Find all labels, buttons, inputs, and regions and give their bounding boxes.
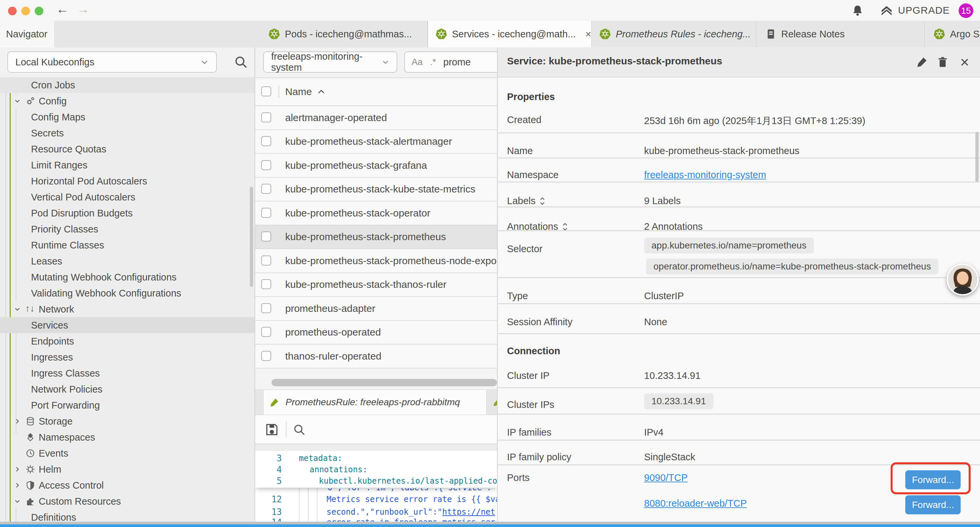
notifications-bell-icon[interactable] <box>851 4 864 17</box>
regex-toggle[interactable]: .* <box>430 57 436 67</box>
row-checkbox[interactable] <box>261 231 271 242</box>
editor-search-icon[interactable] <box>293 423 306 436</box>
detail-scrollbar[interactable] <box>975 132 978 182</box>
row-checkbox[interactable] <box>261 303 271 313</box>
expand-updown-icon[interactable] <box>562 223 568 231</box>
row-checkbox[interactable] <box>261 184 271 194</box>
case-sensitive-toggle[interactable]: Aa <box>412 57 423 67</box>
table-row[interactable]: kube-prometheus-stack-alertmanager <box>255 130 497 154</box>
delete-trash-icon[interactable] <box>935 55 950 69</box>
table-row[interactable]: kube-prometheus-stack-operator <box>255 201 497 226</box>
sidebar-group-network[interactable]: ↑↓ Network <box>0 301 255 317</box>
chevron-down-icon[interactable] <box>14 498 21 505</box>
sidebar-item-network-policies[interactable]: Network Policies <box>0 381 255 397</box>
assistant-avatar[interactable] <box>947 263 978 296</box>
namespace-link[interactable]: freeleaps-monitoring-system <box>644 169 766 180</box>
sidebar-item-ingresses[interactable]: Ingresses <box>0 349 255 365</box>
edit-pencil-icon[interactable] <box>915 55 929 69</box>
sidebar-item-port-forwarding[interactable]: Port Forwarding <box>0 397 255 413</box>
sidebar-item-config-maps[interactable]: Config Maps <box>0 109 255 125</box>
filter-search-input[interactable]: Aa .* prome <box>404 51 504 73</box>
sidebar-item-runtime-classes[interactable]: Runtime Classes <box>0 237 255 253</box>
sidebar-group-custom-resources[interactable]: Custom Resources <box>0 493 255 509</box>
sidebar-item-validating-webhook-configurations[interactable]: Validating Webhook Configurations <box>0 285 255 301</box>
tab-prometheus-rules[interactable]: Prometheus Rules - icecheng... <box>592 21 757 47</box>
namespace-selector[interactable]: freeleaps-monitoring-system <box>263 51 397 73</box>
sort-asc-icon[interactable] <box>317 89 325 95</box>
sidebar-scrollbar[interactable] <box>250 187 253 287</box>
chevron-right-icon[interactable] <box>14 418 21 425</box>
sidebar-group-storage[interactable]: Storage <box>0 413 255 429</box>
row-checkbox[interactable] <box>261 208 271 218</box>
table-row[interactable]: kube-prometheus-stack-kube-state-metrics <box>255 178 497 202</box>
close-window-button[interactable] <box>8 7 17 15</box>
runbook-url-link[interactable]: https://net <box>442 507 495 517</box>
sidebar-item-secrets[interactable]: Secrets <box>0 125 255 141</box>
back-arrow-icon[interactable]: ← <box>56 2 69 16</box>
expand-updown-icon[interactable] <box>539 197 546 205</box>
table-row[interactable]: prometheus-operated <box>255 321 497 345</box>
forward-arrow-icon[interactable]: → <box>77 2 89 16</box>
table-row-selected[interactable]: kube-prometheus-stack-prometheus <box>255 226 497 250</box>
table-row[interactable]: kube-prometheus-stack-grafana <box>255 154 497 178</box>
row-checkbox[interactable] <box>261 136 271 146</box>
sidebar-item-ingress-classes[interactable]: Ingress Classes <box>0 365 255 381</box>
table-row[interactable]: kube-prometheus-stack-thanos-ruler <box>255 273 497 297</box>
chevron-down-icon[interactable] <box>14 98 21 104</box>
sidebar-item-pod-disruption-budgets[interactable]: Pod Disruption Budgets <box>0 205 255 221</box>
name-column-header[interactable]: Name <box>285 86 312 97</box>
sidebar-item-limit-ranges[interactable]: Limit Ranges <box>0 157 255 173</box>
sidebar-group-helm[interactable]: Helm <box>0 461 255 477</box>
table-row[interactable]: alertmanager-operated <box>255 106 497 130</box>
chevron-down-icon[interactable] <box>14 306 21 312</box>
sidebar-item-resource-quotas[interactable]: Resource Quotas <box>0 141 255 157</box>
row-checkbox[interactable] <box>261 351 271 361</box>
table-row[interactable]: prometheus-adapter <box>255 297 497 321</box>
editor-tab-prometheusrule[interactable]: PrometheusRule: freeleaps-prod-rabbitmq <box>263 390 487 415</box>
tab-services[interactable]: Services - icecheng@math... × <box>428 21 592 47</box>
sidebar-item-mutating-webhook-configurations[interactable]: Mutating Webhook Configurations <box>0 269 255 285</box>
yaml-editor[interactable]: 0","for":"1m","labels":{"service":" 3met… <box>255 451 497 522</box>
upgrade-chevrons-icon[interactable] <box>880 4 893 18</box>
chevron-right-icon[interactable] <box>14 482 21 489</box>
table-horizontal-scrollbar[interactable] <box>255 369 497 390</box>
sidebar-item-vertical-pod-autoscalers[interactable]: Vertical Pod Autoscalers <box>0 189 255 205</box>
table-row[interactable]: kube-prometheus-stack-prometheus-node-ex… <box>255 249 497 273</box>
notification-count-badge[interactable]: 15 <box>959 3 973 18</box>
sidebar-item-definitions[interactable]: Definitions <box>0 509 255 522</box>
upgrade-label[interactable]: UPGRADE <box>898 5 950 16</box>
save-icon[interactable] <box>264 422 279 437</box>
forward-port-button[interactable]: Forward... <box>905 495 961 514</box>
table-row[interactable]: thanos-ruler-operated <box>255 345 497 369</box>
sidebar-item-namespaces[interactable]: Namespaces <box>0 429 255 445</box>
kubeconfig-selector[interactable]: Local Kubeconfigs <box>7 51 217 73</box>
zoom-window-button[interactable] <box>35 7 43 15</box>
row-checkbox[interactable] <box>261 160 271 170</box>
port-link[interactable]: 8080:reloader-web/TCP <box>644 498 747 509</box>
navigator-panel-tab[interactable]: Navigator <box>0 21 55 47</box>
sidebar-item-cron-jobs[interactable]: Cron Jobs <box>0 77 255 93</box>
close-icon[interactable]: × <box>957 55 972 69</box>
sidebar-item-endpoints[interactable]: Endpoints <box>0 333 255 349</box>
sidebar-search-icon[interactable] <box>234 55 248 69</box>
tab-release-notes[interactable]: Release Notes <box>758 21 924 47</box>
sidebar-item-leases[interactable]: Leases <box>0 253 255 269</box>
chevron-right-icon[interactable] <box>14 466 21 473</box>
select-all-checkbox[interactable] <box>261 86 271 96</box>
minimize-window-button[interactable] <box>21 7 30 15</box>
tab-close-icon[interactable]: × <box>585 28 592 40</box>
row-checkbox[interactable] <box>261 112 271 123</box>
tab-pods[interactable]: Pods - icecheng@mathmas... <box>261 21 428 47</box>
sidebar-item-events[interactable]: Events <box>0 445 255 461</box>
row-checkbox[interactable] <box>261 255 271 266</box>
sidebar-item-horizontal-pod-autoscalers[interactable]: Horizontal Pod Autoscalers <box>0 173 255 189</box>
row-checkbox[interactable] <box>261 279 271 289</box>
sidebar-item-priority-classes[interactable]: Priority Classes <box>0 221 255 237</box>
sidebar-group-config[interactable]: Config <box>0 93 255 109</box>
sidebar-item-services[interactable]: Services <box>0 317 255 333</box>
port-link[interactable]: 9090/TCP <box>644 472 688 483</box>
row-checkbox[interactable] <box>261 327 271 337</box>
scrollbar-thumb[interactable] <box>272 379 497 386</box>
tab-argo[interactable]: Argo Se <box>926 21 980 47</box>
sidebar-group-access-control[interactable]: Access Control <box>0 477 255 493</box>
